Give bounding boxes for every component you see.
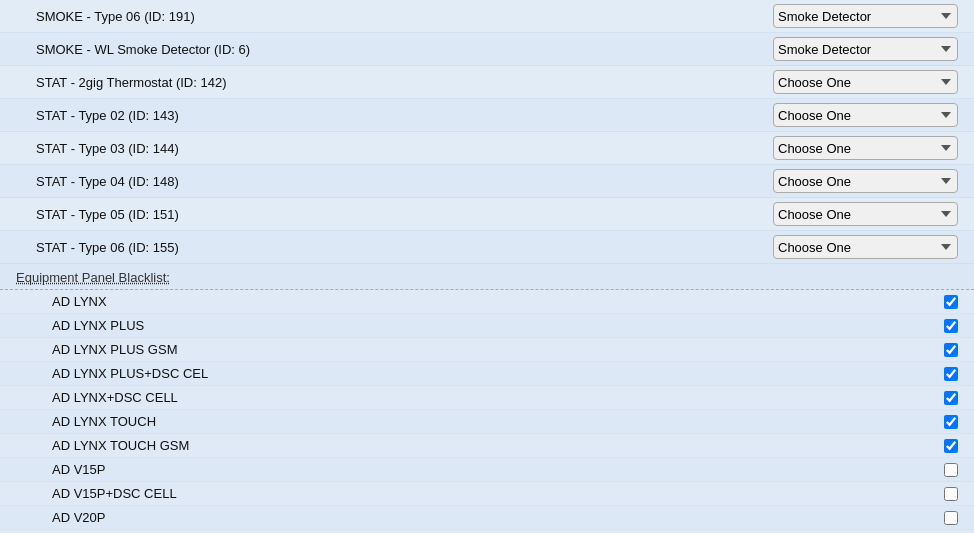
blacklist-row: AD V15P: [0, 458, 974, 482]
blacklist-label: AD V20P: [52, 510, 105, 525]
device-control: Choose OneSmoke DetectorCO DetectorMotio…: [773, 169, 958, 193]
device-dropdown[interactable]: Choose OneSmoke DetectorCO DetectorMotio…: [773, 235, 958, 259]
rows-container: SMOKE - Type 06 (ID: 191)Choose OneSmoke…: [0, 0, 974, 264]
blacklist-label: AD LYNX: [52, 294, 107, 309]
device-row: STAT - 2gig Thermostat (ID: 142)Choose O…: [0, 66, 974, 99]
device-dropdown[interactable]: Choose OneSmoke DetectorCO DetectorMotio…: [773, 169, 958, 193]
device-dropdown[interactable]: Choose OneSmoke DetectorCO DetectorMotio…: [773, 37, 958, 61]
blacklist-label: AD V15P+DSC CELL: [52, 486, 177, 501]
device-row: SMOKE - Type 06 (ID: 191)Choose OneSmoke…: [0, 0, 974, 33]
blacklist-checkbox[interactable]: [944, 439, 958, 453]
blacklist-checkbox[interactable]: [944, 487, 958, 501]
blacklist-label: AD LYNX+DSC CELL: [52, 390, 178, 405]
device-dropdown[interactable]: Choose OneSmoke DetectorCO DetectorMotio…: [773, 202, 958, 226]
device-control: Choose OneSmoke DetectorCO DetectorMotio…: [773, 103, 958, 127]
device-label: STAT - Type 03 (ID: 144): [36, 141, 179, 156]
blacklist-checkbox[interactable]: [944, 295, 958, 309]
device-row: STAT - Type 02 (ID: 143)Choose OneSmoke …: [0, 99, 974, 132]
device-dropdown[interactable]: Choose OneSmoke DetectorCO DetectorMotio…: [773, 136, 958, 160]
blacklist-checkbox[interactable]: [944, 367, 958, 381]
blacklist-row: AD LYNX PLUS GSM: [0, 338, 974, 362]
blacklist-row: AD LYNX PLUS+DSC CEL: [0, 362, 974, 386]
blacklist-label: AD LYNX PLUS+DSC CEL: [52, 366, 208, 381]
blacklist-label: AD LYNX PLUS GSM: [52, 342, 177, 357]
blacklist-checkbox[interactable]: [944, 511, 958, 525]
blacklist-row: AD LYNX TOUCH GSM: [0, 434, 974, 458]
device-dropdown[interactable]: Choose OneSmoke DetectorCO DetectorMotio…: [773, 70, 958, 94]
blacklist-checkbox[interactable]: [944, 391, 958, 405]
device-label: STAT - 2gig Thermostat (ID: 142): [36, 75, 227, 90]
device-row: STAT - Type 06 (ID: 155)Choose OneSmoke …: [0, 231, 974, 264]
device-control: Choose OneSmoke DetectorCO DetectorMotio…: [773, 37, 958, 61]
device-control: Choose OneSmoke DetectorCO DetectorMotio…: [773, 202, 958, 226]
device-label: SMOKE - Type 06 (ID: 191): [36, 9, 195, 24]
blacklist-checkbox[interactable]: [944, 319, 958, 333]
blacklist-row: AD LYNX PLUS: [0, 314, 974, 338]
device-row: STAT - Type 05 (ID: 151)Choose OneSmoke …: [0, 198, 974, 231]
device-label: STAT - Type 02 (ID: 143): [36, 108, 179, 123]
device-row: SMOKE - WL Smoke Detector (ID: 6)Choose …: [0, 33, 974, 66]
blacklist-label: AD LYNX TOUCH: [52, 414, 156, 429]
device-control: Choose OneSmoke DetectorCO DetectorMotio…: [773, 235, 958, 259]
section-header-blacklist: Equipment Panel Blacklist:: [0, 264, 974, 290]
device-label: STAT - Type 06 (ID: 155): [36, 240, 179, 255]
device-label: STAT - Type 04 (ID: 148): [36, 174, 179, 189]
blacklist-row: AD LYNX TOUCH: [0, 410, 974, 434]
device-dropdown[interactable]: Choose OneSmoke DetectorCO DetectorMotio…: [773, 103, 958, 127]
device-row: STAT - Type 04 (ID: 148)Choose OneSmoke …: [0, 165, 974, 198]
blacklist-label: AD LYNX PLUS: [52, 318, 144, 333]
blacklist-row: AD LYNX+DSC CELL: [0, 386, 974, 410]
blacklist-row: AD V20P: [0, 506, 974, 530]
blacklist-checkbox[interactable]: [944, 343, 958, 357]
checkboxes-container: AD LYNXAD LYNX PLUSAD LYNX PLUS GSMAD LY…: [0, 290, 974, 533]
device-row: STAT - Type 03 (ID: 144)Choose OneSmoke …: [0, 132, 974, 165]
device-label: STAT - Type 05 (ID: 151): [36, 207, 179, 222]
section-header-label: Equipment Panel Blacklist:: [16, 270, 170, 285]
blacklist-checkbox[interactable]: [944, 415, 958, 429]
blacklist-row: AD LYNX: [0, 290, 974, 314]
blacklist-label: AD V15P: [52, 462, 105, 477]
blacklist-checkbox[interactable]: [944, 463, 958, 477]
device-control: Choose OneSmoke DetectorCO DetectorMotio…: [773, 136, 958, 160]
device-control: Choose OneSmoke DetectorCO DetectorMotio…: [773, 70, 958, 94]
blacklist-row: AD V15P+DSC CELL: [0, 482, 974, 506]
main-content: SMOKE - Type 06 (ID: 191)Choose OneSmoke…: [0, 0, 974, 533]
device-dropdown[interactable]: Choose OneSmoke DetectorCO DetectorMotio…: [773, 4, 958, 28]
device-control: Choose OneSmoke DetectorCO DetectorMotio…: [773, 4, 958, 28]
blacklist-label: AD LYNX TOUCH GSM: [52, 438, 189, 453]
device-label: SMOKE - WL Smoke Detector (ID: 6): [36, 42, 250, 57]
